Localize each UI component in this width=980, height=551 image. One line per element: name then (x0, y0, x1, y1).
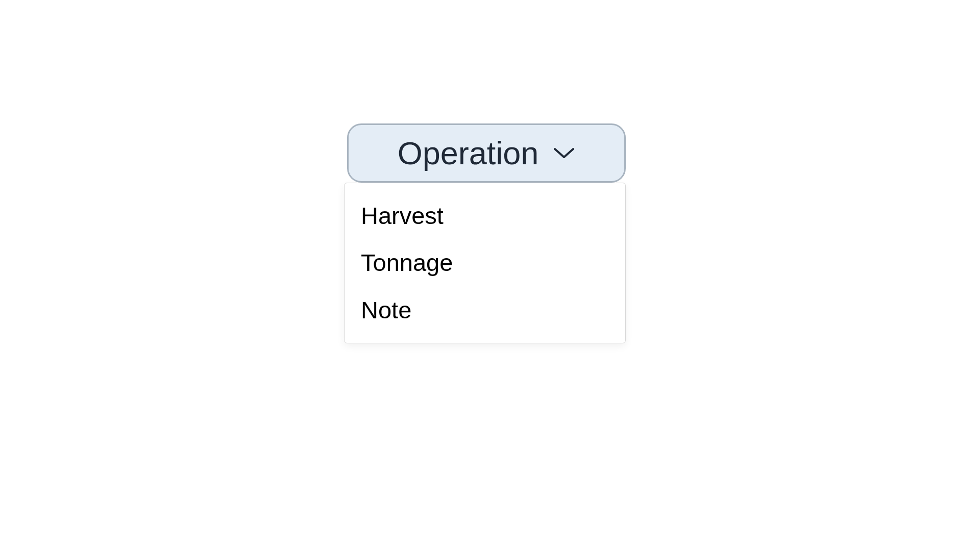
dropdown-item-note[interactable]: Note (345, 287, 625, 334)
dropdown-item-harvest[interactable]: Harvest (345, 192, 625, 239)
chevron-down-icon (553, 142, 575, 164)
operation-dropdown-button[interactable]: Operation (347, 123, 626, 183)
operation-dropdown: Operation Harvest Tonnage Note (347, 123, 626, 343)
dropdown-menu: Harvest Tonnage Note (344, 183, 626, 343)
dropdown-item-tonnage[interactable]: Tonnage (345, 239, 625, 286)
dropdown-label: Operation (398, 135, 539, 171)
